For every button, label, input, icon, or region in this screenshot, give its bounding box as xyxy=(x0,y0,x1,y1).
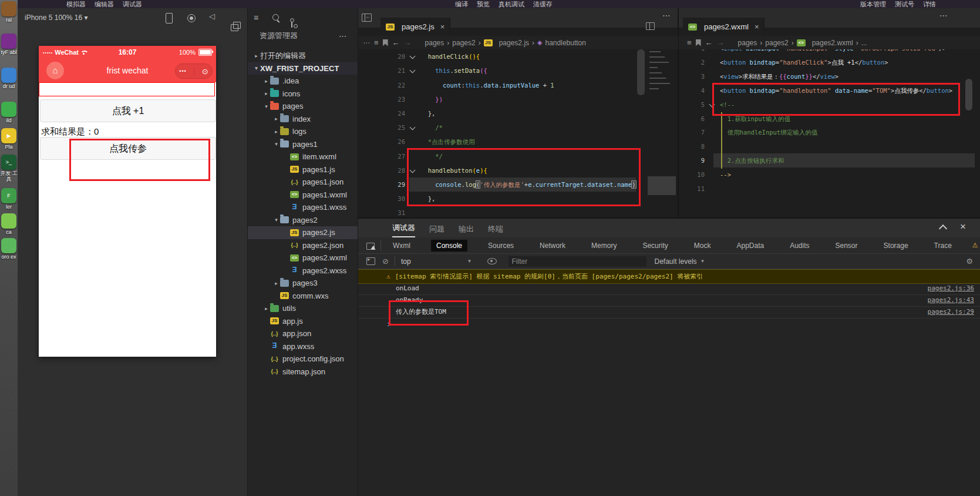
bookmark-icon[interactable] xyxy=(696,39,701,46)
search-icon[interactable] xyxy=(272,14,279,21)
more-actions-icon[interactable]: ⋯ xyxy=(339,32,346,41)
breadcrumb-item[interactable]: pages2.wxml xyxy=(812,39,853,47)
devtools-tab-Sources[interactable]: Sources xyxy=(483,240,519,252)
capsule-close-button[interactable]: ⊙ xyxy=(202,68,208,75)
menu-item[interactable]: 版本管理 xyxy=(860,0,886,9)
panel-tab-输出[interactable]: 输出 xyxy=(459,224,474,237)
close-panel-icon[interactable]: × xyxy=(960,221,966,233)
tree-item-pages2.wxss[interactable]: Ǝpages2.wxss xyxy=(248,264,358,277)
tree-item-pages2.js[interactable]: JSpages2.js xyxy=(248,226,358,239)
windows-icon[interactable] xyxy=(231,24,238,31)
code-line[interactable]: /* xyxy=(420,120,443,135)
console-drawer-icon[interactable] xyxy=(366,257,375,265)
breadcrumb-item[interactable]: pages2 xyxy=(765,39,788,47)
devtools-tab-Storage[interactable]: Storage xyxy=(878,240,914,252)
panel-tab-问题[interactable]: 问题 xyxy=(429,224,444,237)
forward-icon[interactable]: → xyxy=(717,38,725,47)
editor-actions-icon[interactable]: ⋯ xyxy=(662,11,671,20)
mini-program-input[interactable] xyxy=(39,82,215,96)
menu-item[interactable]: 调试器 xyxy=(123,0,142,9)
bookmark-icon[interactable] xyxy=(383,39,388,46)
menu-item[interactable]: 编译 xyxy=(455,0,468,9)
tree-item-item.wxml[interactable]: <>item.wxml xyxy=(248,150,358,163)
tree-item-app.js[interactable]: JSapp.js xyxy=(248,315,358,328)
tree-item-pages1.wxml[interactable]: <>pages1.wxml xyxy=(248,189,358,202)
tree-item-pages[interactable]: ▾pages xyxy=(248,100,358,113)
mute-icon[interactable]: ◁ xyxy=(209,12,215,21)
tree-item-icons[interactable]: ▸icons xyxy=(248,88,358,100)
tree-item-app.json[interactable]: {..}app.json xyxy=(248,327,358,340)
close-icon[interactable]: × xyxy=(440,22,445,31)
phone-mode-icon[interactable] xyxy=(166,13,173,24)
desktop-icon[interactable] xyxy=(1,1,16,16)
desktop-icon[interactable] xyxy=(1,238,16,253)
clear-console-icon[interactable]: ⊘ xyxy=(382,257,389,266)
tab-pages2.js[interactable]: JSpages2.js× xyxy=(380,18,450,36)
menu-item[interactable]: 模拟器 xyxy=(66,0,86,9)
close-icon[interactable]: × xyxy=(755,22,759,31)
tab-pages2.wxml[interactable]: <>pages2.wxml× xyxy=(683,18,765,36)
increment-button[interactable]: 点我 +1 xyxy=(40,99,216,122)
devtools-tab-Mock[interactable]: Mock xyxy=(689,240,716,252)
devtools-tab-Trace[interactable]: Trace xyxy=(929,240,957,252)
back-icon[interactable]: ← xyxy=(392,38,400,47)
tree-item-project.config.json[interactable]: {..}project.config.json xyxy=(248,353,358,366)
tree-item-XW_FRIST_PROJECT[interactable]: ▾XW_FRIST_PROJECT xyxy=(248,62,358,75)
toggle-sidebar-icon[interactable] xyxy=(362,14,372,22)
breadcrumb-item[interactable]: handlebutton xyxy=(545,39,586,47)
tree-item-pages1.js[interactable]: JSpages1.js xyxy=(248,163,358,176)
tree-item-打开的编辑器[interactable]: ▸打开的编辑器 xyxy=(248,49,358,62)
code-line[interactable]: }) xyxy=(420,92,443,106)
tree-item-logs[interactable]: ▸logs xyxy=(248,125,358,138)
tree-item-sitemap.json[interactable]: {..}sitemap.json xyxy=(248,366,358,378)
panel-tab-调试器[interactable]: 调试器 xyxy=(392,223,415,237)
code-line[interactable]: count:this.data.inputValue + 1 xyxy=(420,78,554,92)
code-line[interactable]: 2.点击按钮执行求和 xyxy=(720,153,784,167)
console-source-link[interactable]: pages2.js:43 xyxy=(928,294,974,306)
scrollbar-right-editor[interactable] xyxy=(965,79,972,110)
list-icon[interactable]: ≡ xyxy=(254,13,258,22)
breadcrumb-item[interactable]: pages xyxy=(738,39,757,47)
breadcrumb-item[interactable]: pages2.js xyxy=(499,39,529,47)
git-branch-icon[interactable] xyxy=(291,19,292,28)
desktop-icon[interactable]: F xyxy=(1,188,16,203)
console-source-link[interactable]: pages2.js:29 xyxy=(928,306,974,318)
code-line[interactable]: 使用handleInput绑定输入的值 xyxy=(720,125,817,139)
desktop-icon[interactable] xyxy=(1,33,16,49)
more-icon[interactable]: ⋯ xyxy=(363,39,370,47)
menu-item[interactable]: 预览 xyxy=(477,0,490,9)
desktop-icon[interactable]: >_ xyxy=(1,155,16,170)
devtools-tab-Console[interactable]: Console xyxy=(431,240,467,252)
desktop-icon[interactable]: ▶ xyxy=(1,128,16,143)
devtools-tab-Wxml[interactable]: Wxml xyxy=(388,240,416,252)
tree-item-pages2[interactable]: ▾pages2 xyxy=(248,214,358,227)
outline-icon[interactable]: ≡ xyxy=(374,38,379,47)
debugger-sash[interactable] xyxy=(358,217,980,219)
code-line[interactable]: this.setData({ xyxy=(420,63,487,78)
capsule-more-button[interactable]: ••• xyxy=(179,68,186,74)
devtools-tab-Memory[interactable]: Memory xyxy=(586,240,622,252)
collapse-panel-icon[interactable] xyxy=(939,224,947,233)
menu-item[interactable]: 详情 xyxy=(923,0,936,9)
outline-icon[interactable]: ≡ xyxy=(687,38,692,47)
back-icon[interactable]: ← xyxy=(705,38,713,47)
code-line[interactable]: --> xyxy=(720,167,731,182)
filter-input[interactable]: Filter xyxy=(508,256,646,267)
menu-item[interactable]: 编辑器 xyxy=(95,0,114,9)
code-line[interactable]: }, xyxy=(420,106,435,120)
devtools-tab-Sensor[interactable]: Sensor xyxy=(830,240,863,252)
code-line[interactable]: <view>求和结果是：{{count}}</view> xyxy=(720,69,838,83)
code-line[interactable]: *点击传参数使用 xyxy=(420,135,474,149)
tree-item-comm.wxs[interactable]: JScomm.wxs xyxy=(248,290,358,303)
breadcrumb-item[interactable]: ... xyxy=(861,39,867,47)
scrollbar-left-editor[interactable] xyxy=(637,49,645,95)
desktop-icon[interactable] xyxy=(1,68,16,83)
tree-item-pages1.wxss[interactable]: Ǝpages1.wxss xyxy=(248,201,358,214)
inspect-icon[interactable] xyxy=(366,243,375,250)
desktop-icon[interactable] xyxy=(1,213,16,229)
menu-item[interactable]: 清缓存 xyxy=(533,0,553,9)
gear-icon[interactable]: ⚙ xyxy=(966,257,973,266)
tree-item-.idea[interactable]: ▸.idea xyxy=(248,75,358,88)
panel-tab-终端[interactable]: 终端 xyxy=(488,224,503,237)
tree-item-app.wxss[interactable]: Ǝapp.wxss xyxy=(248,340,358,353)
